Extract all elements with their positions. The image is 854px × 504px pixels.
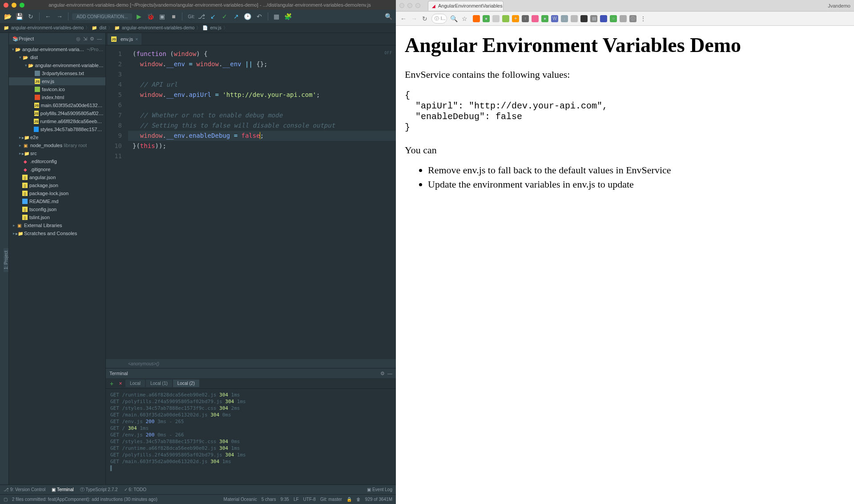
terminal-tab[interactable]: Local (1) <box>146 380 172 387</box>
memory-indicator[interactable]: 929 of 3641M <box>365 497 392 502</box>
tree-row[interactable]: {}package.json <box>9 181 105 189</box>
tree-row[interactable]: {}angular.json <box>9 173 105 181</box>
run-icon[interactable]: ▶ <box>134 12 144 21</box>
ext-icon[interactable]: ✦ <box>512 15 519 22</box>
tree-row[interactable]: ▾📂angular-environment-variables-demo ~/P… <box>9 45 105 53</box>
project-tree[interactable]: ▾📂angular-environment-variables-demo ~/P… <box>9 44 105 484</box>
forward-icon[interactable]: → <box>410 15 418 22</box>
tree-row[interactable]: favicon.ico <box>9 85 105 93</box>
refresh-icon[interactable]: ↻ <box>26 12 36 21</box>
tree-row[interactable]: {}package-lock.json <box>9 189 105 197</box>
gear-icon[interactable]: ⚙ <box>380 371 385 376</box>
add-terminal-icon[interactable]: + <box>108 380 116 387</box>
search-icon[interactable]: 🔍 <box>383 12 393 21</box>
back-icon[interactable]: ← <box>43 12 53 21</box>
tree-arrow-icon[interactable]: ▸ <box>18 143 22 148</box>
code-area[interactable]: (function (window) { window.__env = wind… <box>128 45 396 359</box>
terminal-tab[interactable]: Local (2) <box>173 380 199 387</box>
ext-icon[interactable] <box>492 15 500 22</box>
open-icon[interactable]: 📂 <box>3 12 12 21</box>
ext-icon[interactable]: ↓ <box>561 15 568 22</box>
tree-row[interactable]: JSmain.603f35d2a00de613202d.js <box>9 101 105 109</box>
terminal-output[interactable]: GET /runtime.a66f828dca56eeb90e02.js 304… <box>106 389 396 484</box>
tree-row[interactable]: ▸▸📁e2e <box>9 133 105 141</box>
ext-icon[interactable]: ● <box>541 15 548 22</box>
zoom-window-icon[interactable] <box>415 3 420 8</box>
tree-row[interactable]: README.md <box>9 197 105 205</box>
run-config-dropdown[interactable]: ADD CONFIGURATION... <box>72 13 132 20</box>
ext-icon[interactable] <box>532 15 539 22</box>
tree-row[interactable]: ▸▣node_modules library root <box>9 141 105 149</box>
collapse-icon[interactable]: ⇲ <box>83 36 87 42</box>
ext-icon[interactable] <box>473 15 480 22</box>
back-icon[interactable]: ← <box>399 15 407 22</box>
tree-row[interactable]: ▾📂dist <box>9 53 105 61</box>
coverage-icon[interactable]: ▣ <box>157 12 167 21</box>
todo-tab[interactable]: ✓ 6: TODO <box>124 487 146 492</box>
browser-tab[interactable]: ◢ AngularEnvironmentVariables × <box>428 1 504 11</box>
encoding[interactable]: UTF-8 <box>303 497 316 502</box>
terminal-tab[interactable]: ▣ Terminal <box>52 487 73 492</box>
ext-icon[interactable] <box>571 15 578 22</box>
tree-row[interactable]: ▸▸📁src <box>9 149 105 157</box>
editor-tab-env[interactable]: JS env.js × <box>108 33 141 45</box>
commit-icon[interactable]: ✓ <box>220 12 230 21</box>
site-info-icon[interactable]: ⓘ <box>435 16 439 22</box>
tree-arrow-icon[interactable]: ▸ <box>12 223 16 228</box>
ext-icon[interactable] <box>502 15 509 22</box>
hide-panel-icon[interactable]: — <box>387 371 392 376</box>
ext-icon[interactable]: ⓘ <box>629 15 636 22</box>
close-tab-icon[interactable]: × <box>135 36 138 42</box>
zoom-window-icon[interactable] <box>20 3 24 8</box>
ext-icon[interactable]: W <box>551 15 558 22</box>
tree-row[interactable]: {}tslint.json <box>9 213 105 221</box>
tree-row[interactable]: ◆.gitignore <box>9 165 105 173</box>
breadcrumb-seg[interactable]: angular-environment-variables-demo <box>122 25 194 30</box>
profile-name[interactable]: Jvandemo <box>828 3 850 8</box>
structure-icon[interactable]: ▦ <box>272 12 282 21</box>
window-icon[interactable]: ▢ <box>4 497 8 502</box>
extension-icon[interactable]: 🧩 <box>283 12 293 21</box>
tree-arrow-icon[interactable]: ▾ <box>24 63 28 68</box>
minimize-window-icon[interactable] <box>407 3 412 8</box>
theme-indicator[interactable]: Material Oceanic <box>224 497 257 502</box>
menu-icon[interactable]: ⋮ <box>639 15 647 22</box>
breadcrumb-seg[interactable]: env.js <box>210 25 221 30</box>
tree-row[interactable]: JSenv.js <box>9 77 105 85</box>
ext-icon[interactable] <box>580 15 588 22</box>
branch-icon[interactable]: ⎇ <box>197 12 206 21</box>
ext-icon[interactable]: ● <box>483 15 490 22</box>
history-icon[interactable]: 🕑 <box>243 12 253 21</box>
pull-icon[interactable]: ↙ <box>208 12 218 21</box>
terminal-tab[interactable]: Local <box>125 380 145 387</box>
tree-row[interactable]: JSruntime.a66f828dca56eeb90e02.js <box>9 117 105 125</box>
stop-icon[interactable]: ■ <box>169 12 178 21</box>
target-icon[interactable]: ◎ <box>76 36 81 42</box>
line-ending[interactable]: LF <box>294 497 299 502</box>
tree-arrow-icon[interactable]: ▾ <box>12 47 15 52</box>
tree-row[interactable]: styles.34c57ab7888ec1573f9c.css <box>9 125 105 133</box>
tree-row[interactable]: ▸▣External Libraries <box>9 221 105 229</box>
trash-icon[interactable]: 🗑 <box>356 497 361 502</box>
debug-icon[interactable]: 🐞 <box>145 12 155 21</box>
breadcrumb-seg[interactable]: angular-environment-variables-demo <box>11 25 84 30</box>
lock-icon[interactable]: 🔒 <box>346 497 352 502</box>
save-icon[interactable]: 💾 <box>14 12 24 21</box>
tree-arrow-icon[interactable]: ▾ <box>18 55 22 60</box>
tree-row[interactable]: ▸▸📁Scratches and Consoles <box>9 229 105 237</box>
vcs-tab[interactable]: ⎇ 9: Version Control <box>4 487 45 492</box>
typescript-tab[interactable]: Ⓣ TypeScript 2.7.2 <box>80 487 118 493</box>
close-window-icon[interactable] <box>4 3 8 8</box>
omnibox[interactable]: ⓘ l... <box>431 14 447 24</box>
tree-row[interactable]: ◆.editorconfig <box>9 157 105 165</box>
ext-icon[interactable]: ▤ <box>590 15 597 22</box>
minimize-window-icon[interactable] <box>12 3 16 8</box>
event-log-tab[interactable]: ▣ Event Log <box>367 487 392 492</box>
gear-icon[interactable]: ⚙ <box>90 36 94 42</box>
star-icon[interactable]: ☆ <box>460 15 468 22</box>
forward-icon[interactable]: → <box>55 12 64 21</box>
ext-icon[interactable] <box>600 15 607 22</box>
ext-icon[interactable]: ↑ <box>522 15 529 22</box>
zoom-icon[interactable]: 🔍 <box>450 15 458 22</box>
project-tab[interactable]: 1: Project <box>4 248 8 272</box>
